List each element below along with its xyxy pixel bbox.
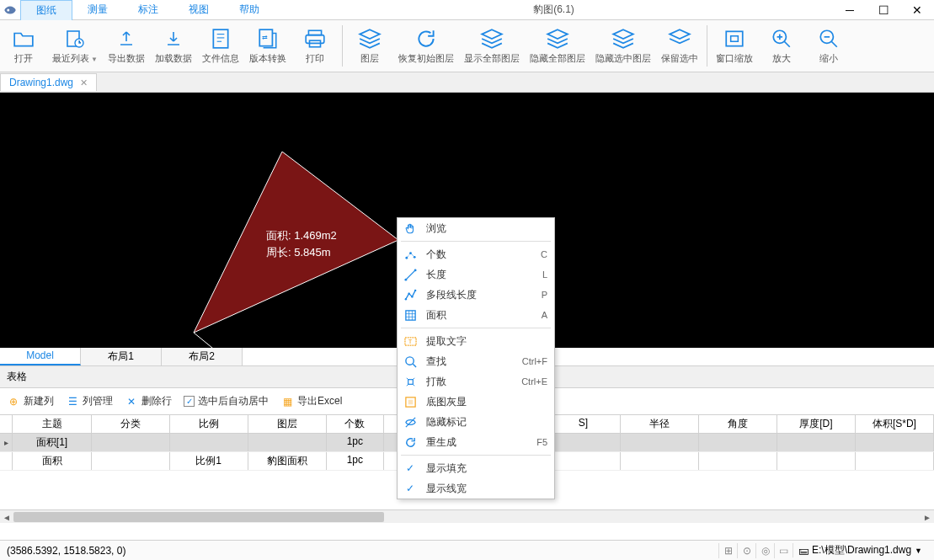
ribbon-layers-show[interactable]: 显示全部图层	[459, 20, 525, 72]
col-header[interactable]: 主题	[13, 415, 91, 433]
scroll-right-icon[interactable]: ►	[921, 510, 934, 524]
ribbon-info[interactable]: 文件信息	[197, 20, 244, 72]
col-header[interactable]: 角度	[699, 415, 777, 433]
cell[interactable]	[547, 434, 620, 451]
cell[interactable]	[547, 452, 620, 470]
cell[interactable]	[621, 434, 699, 451]
cell[interactable]	[777, 452, 856, 470]
col-header[interactable]: 半径	[621, 415, 699, 433]
close-tab-icon[interactable]: ✕	[80, 77, 88, 88]
ribbon-convert[interactable]: ⇄版本转换	[244, 20, 291, 72]
ribbon-import[interactable]: 加载数据	[150, 20, 197, 72]
cell[interactable]	[248, 434, 327, 451]
close-button[interactable]: ✕	[900, 0, 934, 20]
check-icon: ✓	[403, 481, 418, 496]
menu-annotate[interactable]: 标注	[123, 0, 173, 20]
col-header[interactable]: 比例	[170, 415, 248, 433]
col-header[interactable]: 厚度[D]	[777, 415, 856, 433]
ribbon-layers-hide[interactable]: 隐藏全部图层	[525, 20, 590, 72]
ctx-line[interactable]: 长度L	[398, 264, 554, 285]
cell[interactable]	[170, 434, 248, 451]
ctx-shortcut: C	[541, 249, 547, 259]
export-excel-button[interactable]: ▦导出Excel	[280, 394, 342, 408]
svg-rect-33	[405, 310, 414, 319]
ribbon-layers-keep[interactable]: 保留选中	[656, 20, 703, 72]
cell[interactable]	[856, 452, 934, 470]
tab-layout1[interactable]: 布局1	[81, 348, 162, 365]
col-header[interactable]: 图层	[248, 415, 327, 433]
svg-text:T: T	[408, 338, 412, 345]
ctx-explode[interactable]: 打散Ctrl+E	[398, 371, 554, 392]
ctx-label: 底图灰显	[426, 395, 547, 409]
ribbon-layers[interactable]: 图层	[346, 20, 393, 72]
menu-drawing[interactable]: 图纸	[20, 0, 72, 20]
file-tab[interactable]: Drawing1.dwg ✕	[0, 73, 97, 91]
ctx-dim[interactable]: 底图灰显	[398, 392, 554, 412]
ribbon-recent[interactable]: 最近列表▼	[47, 20, 103, 72]
print-icon	[303, 27, 327, 51]
menu-measure[interactable]: 测量	[72, 0, 123, 20]
status-icon-1[interactable]: ⊞	[718, 543, 737, 558]
file-path[interactable]: 🖴 E:\模型\Drawing1.dwg ▼	[793, 543, 927, 557]
ctx-hand[interactable]: 浏览	[398, 218, 554, 238]
list-icon: ☰	[66, 395, 79, 408]
ctx-search[interactable]: 查找Ctrl+F	[398, 351, 554, 371]
cell[interactable]: 比例1	[170, 452, 248, 470]
scroll-left-icon[interactable]: ◄	[0, 510, 13, 524]
ribbon-label: 文件信息	[202, 52, 239, 65]
menu-view[interactable]: 视图	[173, 0, 224, 20]
ctx-hide[interactable]: 隐藏标记	[398, 412, 554, 432]
ribbon-zoom-in[interactable]: 放大	[758, 20, 805, 72]
status-icon-2[interactable]: ⊙	[737, 543, 755, 558]
col-header[interactable]: 个数	[327, 415, 384, 433]
cell[interactable]	[621, 452, 699, 470]
ribbon-print[interactable]: 打印	[291, 20, 339, 72]
explode-icon	[403, 374, 418, 389]
ctx-area[interactable]: 面积A	[398, 305, 554, 325]
ribbon-export[interactable]: 导出数据	[103, 20, 150, 72]
cell[interactable]: 1pc	[327, 434, 384, 451]
ribbon-label: 显示全部图层	[464, 52, 520, 65]
column-manage-button[interactable]: ☰列管理	[66, 394, 113, 408]
ctx-显示线宽[interactable]: ✓显示线宽	[398, 478, 554, 499]
ribbon-zoom-win[interactable]: 窗口缩放	[711, 20, 758, 72]
cell[interactable]: 面积[1]	[13, 434, 91, 451]
cell[interactable]	[856, 434, 934, 451]
ribbon-zoom-out[interactable]: 缩小	[805, 20, 852, 72]
cell[interactable]	[92, 452, 170, 470]
ctx-显示填充[interactable]: ✓显示填充	[398, 458, 554, 478]
ribbon-folder[interactable]: 打开	[0, 20, 47, 72]
cell[interactable]	[92, 434, 170, 451]
layers-keep-icon	[668, 27, 691, 51]
ribbon-layers-sel[interactable]: 隐藏选中图层	[590, 20, 656, 72]
cell[interactable]	[777, 434, 856, 451]
ctx-text[interactable]: T提取文字	[398, 331, 554, 351]
ctx-dots[interactable]: 个数C	[398, 244, 554, 264]
tab-model[interactable]: Model	[0, 348, 81, 365]
ribbon-label: 放大	[772, 52, 791, 65]
cell[interactable]	[699, 452, 777, 470]
ctx-poly[interactable]: 多段线长度P	[398, 285, 554, 305]
col-header[interactable]: S]	[547, 415, 620, 433]
status-icon-3[interactable]: ◎	[755, 543, 774, 558]
ctx-regen[interactable]: 重生成F5	[398, 432, 554, 452]
new-column-button[interactable]: ⊕新建列	[7, 394, 54, 408]
autocenter-checkbox[interactable]: ✓选中后自动居中	[184, 394, 269, 408]
delete-row-button[interactable]: ✕删除行	[125, 394, 172, 408]
scroll-thumb[interactable]	[13, 512, 384, 522]
cell[interactable]: 1pc	[327, 452, 384, 470]
ribbon-label: 打开	[14, 52, 33, 65]
cell[interactable]: 豹图面积	[248, 452, 327, 470]
col-header[interactable]: 分类	[92, 415, 170, 433]
tab-layout2[interactable]: 布局2	[162, 348, 243, 365]
cell[interactable]: 面积	[13, 452, 91, 470]
status-icon-4[interactable]: ▭	[774, 543, 793, 558]
minimize-button[interactable]: ─	[833, 0, 867, 20]
maximize-button[interactable]: ☐	[867, 0, 900, 20]
ctx-label: 查找	[426, 355, 514, 369]
menu-help[interactable]: 帮助	[224, 0, 275, 20]
horizontal-scrollbar[interactable]: ◄ ►	[0, 509, 934, 523]
ribbon-restore[interactable]: 恢复初始图层	[393, 20, 459, 72]
col-header[interactable]: 体积[S*D]	[856, 415, 934, 433]
cell[interactable]	[699, 434, 777, 451]
